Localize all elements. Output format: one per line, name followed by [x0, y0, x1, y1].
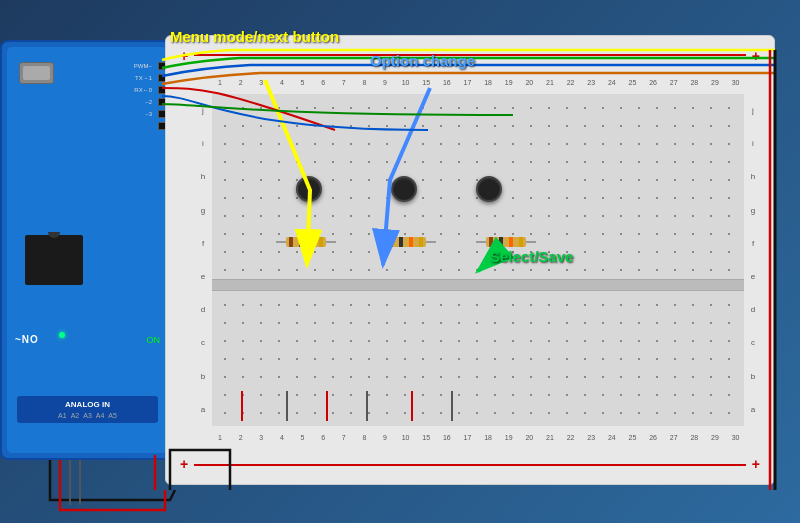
bot-col-8: 8: [358, 434, 370, 441]
row-right-b: b: [746, 372, 760, 381]
res-band-1a: [289, 237, 293, 247]
vert-wire-dark-1: [286, 391, 288, 421]
bot-col-3: 3: [255, 434, 267, 441]
col-21: 21: [544, 79, 556, 86]
wire-bottom-left-red: [60, 460, 165, 510]
pin-rx: RX←0: [134, 86, 152, 94]
row-right-d: d: [746, 305, 760, 314]
col-30: 30: [730, 79, 742, 86]
bot-col-6: 6: [317, 434, 329, 441]
col-5: 5: [297, 79, 309, 86]
col-7: 7: [338, 79, 350, 86]
res-band-2d: [419, 237, 423, 247]
usb-connector: [19, 62, 54, 84]
arduino-name: ~NO: [15, 334, 39, 345]
row-right-c: c: [746, 338, 760, 347]
arduino-inner: ~NO ON PWM~ TX→1 RX←0 ~2 ~3: [7, 47, 168, 453]
main-scene: ~NO ON PWM~ TX→1 RX←0 ~2 ~3: [0, 0, 800, 523]
pin-tx: TX→1: [134, 74, 152, 82]
bot-col-5: 5: [297, 434, 309, 441]
res-band-1b: [299, 237, 303, 247]
row-i: i: [194, 139, 212, 148]
res-body-2: [386, 237, 426, 247]
col-10: 10: [400, 79, 412, 86]
res-lead-1b: [326, 241, 336, 243]
ic-notch: [48, 232, 60, 238]
res-band-1c: [309, 237, 313, 247]
row-a: a: [194, 405, 212, 414]
button-select-save[interactable]: [476, 176, 502, 202]
row-labels-right: j i h g f e d c b a: [746, 94, 760, 426]
vert-wire-dark-3: [451, 391, 453, 421]
res-band-3b: [499, 237, 503, 247]
bot-col-24: 24: [606, 434, 618, 441]
label-option-change: Option change: [370, 52, 475, 69]
res-body-1: [286, 237, 326, 247]
res-lead-1a: [276, 241, 286, 243]
col-16: 16: [441, 79, 453, 86]
bot-col-15: 15: [420, 434, 432, 441]
row-g: g: [194, 206, 212, 215]
res-band-3d: [519, 237, 523, 247]
col-24: 24: [606, 79, 618, 86]
bot-col-26: 26: [647, 434, 659, 441]
col-1: 1: [214, 79, 226, 86]
col-28: 28: [688, 79, 700, 86]
bot-col-18: 18: [482, 434, 494, 441]
row-e: e: [194, 272, 212, 281]
col-20: 20: [523, 79, 535, 86]
bot-col-20: 20: [523, 434, 535, 441]
vert-wire-red-1: [241, 391, 243, 421]
row-labels-left: j i h g f e d c b a: [194, 94, 212, 426]
apin-a5: A5: [108, 412, 117, 419]
row-c: c: [194, 338, 212, 347]
res-band-3c: [509, 237, 513, 247]
wire-bottom-left: [50, 460, 175, 500]
digital-pin-labels: PWM~ TX→1 RX←0 ~2 ~3: [134, 62, 152, 118]
button-menu-next[interactable]: [296, 176, 322, 202]
bot-col-4: 4: [276, 434, 288, 441]
col-19: 19: [503, 79, 515, 86]
col-2: 2: [235, 79, 247, 86]
col-25: 25: [627, 79, 639, 86]
vert-wire-red-3: [411, 391, 413, 421]
col-15: 15: [420, 79, 432, 86]
rail-plus-right: +: [752, 48, 760, 64]
arduino-label-area: ~NO ON: [15, 334, 160, 345]
col-numbers-bottom: 1 2 3 4 5 6 7 8 9 10 15 16 17 18 19 20 2…: [212, 434, 744, 441]
analog-in-section: ANALOG IN A1 A2 A3 A4 A5: [17, 396, 158, 423]
row-right-e: e: [746, 272, 760, 281]
usb-inner: [23, 66, 50, 80]
resistor-3: [476, 236, 536, 248]
vert-wire-red-2: [326, 391, 328, 421]
col-numbers-top: 1 2 3 4 5 6 7 8 9 10 15 16 17 18 19 20 2…: [212, 79, 744, 86]
bot-col-10: 10: [400, 434, 412, 441]
col-26: 26: [647, 79, 659, 86]
bot-col-27: 27: [668, 434, 680, 441]
rail-line-red-bottom: [194, 464, 746, 466]
apin-a3: A3: [83, 412, 92, 419]
button-option-change[interactable]: [391, 176, 417, 202]
bot-col-16: 16: [441, 434, 453, 441]
center-divider: [212, 279, 744, 291]
bot-col-7: 7: [338, 434, 350, 441]
bot-col-17: 17: [462, 434, 474, 441]
label-select-save: Select/Save: [490, 248, 573, 265]
label-menu-mode: Menu mode/next button: [170, 28, 339, 45]
res-band-1d: [319, 237, 323, 247]
resistor-2: [376, 236, 436, 248]
col-6: 6: [317, 79, 329, 86]
col-27: 27: [668, 79, 680, 86]
res-band-2b: [399, 237, 403, 247]
analog-pin-labels: A1 A2 A3 A4 A5: [21, 412, 154, 419]
res-lead-3b: [526, 241, 536, 243]
rail-plus-bottom-left: +: [180, 456, 188, 472]
row-b: b: [194, 372, 212, 381]
res-body-3: [486, 237, 526, 247]
res-band-3a: [489, 237, 493, 247]
bot-col-9: 9: [379, 434, 391, 441]
col-17: 17: [462, 79, 474, 86]
apin-a2: A2: [71, 412, 80, 419]
bot-col-22: 22: [565, 434, 577, 441]
row-h: h: [194, 172, 212, 181]
